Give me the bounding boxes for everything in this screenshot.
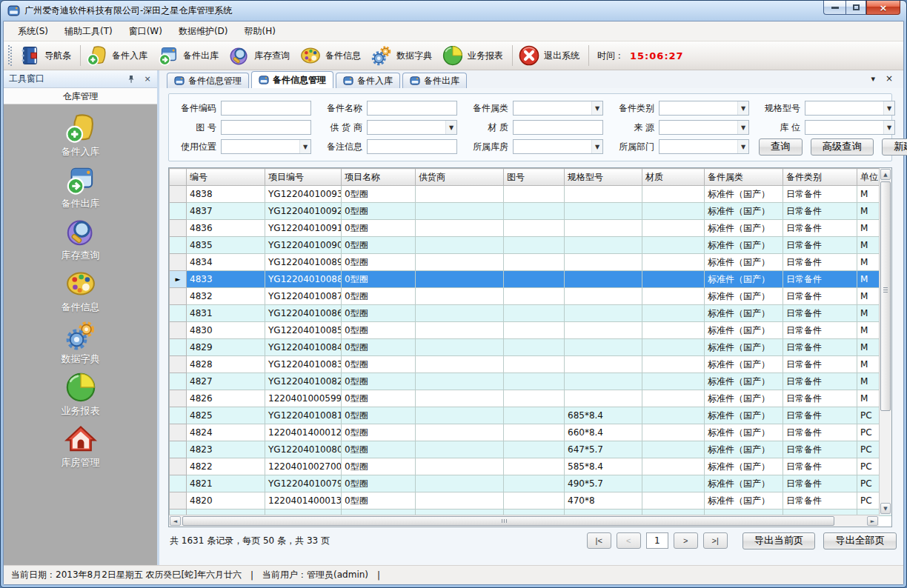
scroll-down-icon[interactable]: ▼ (880, 503, 891, 514)
material-field-input[interactable] (514, 121, 602, 134)
supplier-select-input[interactable] (368, 121, 445, 134)
toolbar-stock-query[interactable]: 库存查询 (225, 43, 296, 68)
column-header[interactable]: 供货商 (416, 169, 504, 186)
tab-parts-inbound[interactable]: 备件入库 (336, 73, 400, 88)
row-selector-cell[interactable] (170, 305, 187, 322)
query-button[interactable]: 查询 (759, 138, 803, 156)
vertical-scroll-thumb[interactable] (880, 181, 891, 411)
scroll-right-icon[interactable]: ► (867, 516, 878, 526)
drawing-no-field[interactable] (221, 120, 311, 135)
toolbar-business-report[interactable]: 业务报表 (439, 43, 510, 68)
chevron-down-icon[interactable]: ▼ (883, 101, 894, 115)
column-header[interactable]: 图号 (504, 169, 565, 186)
remark-field[interactable] (367, 139, 457, 154)
table-row[interactable]: 4835YG122040100900型圈标准件（国产）日常备件M (170, 237, 892, 254)
chevron-down-icon[interactable]: ▼ (591, 140, 602, 153)
sidebar-data-dict[interactable]: 数据字典 (4, 319, 157, 371)
scroll-up-icon[interactable]: ▲ (880, 169, 891, 180)
menu-system[interactable]: 系统(S) (10, 22, 56, 41)
row-selector-cell[interactable] (170, 458, 187, 475)
spec-model-select[interactable]: ▼ (805, 101, 895, 116)
column-header[interactable]: 备件类别 (783, 169, 857, 186)
menu-tools[interactable]: 辅助工具(T) (56, 22, 121, 41)
menu-data-maintenance[interactable]: 数据维护(D) (170, 22, 236, 41)
row-selector-cell[interactable] (170, 220, 187, 237)
row-selector-cell[interactable] (170, 373, 187, 390)
part-name-field[interactable] (367, 101, 457, 116)
department-select[interactable]: ▼ (659, 139, 749, 154)
row-selector-cell[interactable] (170, 339, 187, 356)
row-selector-cell[interactable] (170, 288, 187, 305)
warehouse-select[interactable]: ▼ (513, 139, 603, 154)
chevron-down-icon[interactable]: ▼ (737, 140, 748, 153)
row-selector-cell[interactable] (170, 407, 187, 424)
horizontal-scrollbar[interactable]: ◄ ► (169, 515, 879, 527)
sidebar-parts-outbound[interactable]: 备件出库 (4, 164, 157, 216)
table-row[interactable]: 4830YG122040100850型圈标准件（国产）日常备件M (170, 322, 892, 339)
chevron-down-icon[interactable]: ▼ (445, 121, 456, 134)
chevron-down-icon[interactable]: ▼ (883, 121, 894, 134)
export-current-page-button[interactable]: 导出当前页 (742, 532, 816, 549)
table-row[interactable]: 482212204010027000型圈585*8.4标准件（国产）日常备件PC (170, 458, 892, 475)
tab-parts-outbound[interactable]: 备件出库 (402, 73, 467, 88)
toolbar-grip-handle[interactable] (8, 45, 12, 66)
close-button[interactable]: × (866, 1, 900, 15)
row-selector-cell[interactable] (170, 237, 187, 254)
table-row[interactable]: 482012204014000130型圈470*8标准件（国产）日常备件PC (170, 492, 892, 510)
pin-icon[interactable] (127, 75, 136, 84)
page-number-input[interactable]: 1 (646, 532, 668, 549)
table-row[interactable]: 4831YG122040100860型圈标准件（国产）日常备件M (170, 305, 892, 322)
part-type-select-input[interactable] (660, 101, 737, 115)
row-selector-header[interactable] (170, 169, 187, 186)
row-selector-cell[interactable] (170, 203, 187, 220)
source-select-input[interactable] (660, 121, 737, 134)
warehouse-select-input[interactable] (514, 140, 591, 153)
department-select-input[interactable] (660, 140, 737, 153)
location-select[interactable]: ▼ (805, 120, 895, 135)
tab-parts-info-manage-1[interactable]: 备件信息管理 (167, 73, 249, 88)
location-select-input[interactable] (805, 121, 883, 134)
row-selector-cell[interactable] (170, 441, 187, 458)
maximize-button[interactable] (845, 1, 866, 15)
prev-page-button[interactable]: < (617, 532, 641, 549)
material-field[interactable] (513, 120, 603, 135)
part-code-field-input[interactable] (222, 101, 310, 115)
toolbar-parts-inbound[interactable]: 备件入库 (83, 43, 154, 68)
chevron-down-icon[interactable]: ▾ (871, 74, 875, 84)
toolbar-data-dict[interactable]: 数据字典 (368, 43, 439, 68)
column-header[interactable]: 规格型号 (565, 169, 642, 186)
column-header[interactable]: 材质 (642, 169, 705, 186)
last-page-button[interactable]: >| (703, 532, 728, 549)
supplier-select[interactable]: ▼ (367, 120, 457, 135)
advanced-query-button[interactable]: 高级查询 (811, 138, 874, 156)
sidebar-group-title[interactable]: 仓库管理 (4, 88, 157, 104)
minimize-button[interactable] (823, 1, 845, 15)
new-button[interactable]: 新建 (882, 138, 907, 156)
table-row[interactable]: 4837YG122040100920型圈标准件（国产）日常备件M (170, 203, 892, 220)
table-row[interactable]: 4821YG122040100790型圈490*5.7标准件（国产）日常备件PC (170, 475, 892, 492)
sidebar-parts-info[interactable]: 备件信息 (4, 267, 157, 319)
table-row[interactable]: 4838YG122040100930型圈标准件（国产）日常备件M (170, 186, 892, 203)
vertical-scrollbar[interactable]: ▲ ▼ (879, 168, 891, 515)
table-row[interactable]: 482412204014000120型圈660*8.4标准件（国产）日常备件PC (170, 424, 892, 441)
part-code-field[interactable] (221, 101, 311, 116)
toolbar-parts-info[interactable]: 备件信息 (296, 43, 368, 68)
row-selector-cell[interactable] (170, 356, 187, 373)
row-selector-cell[interactable]: ► (170, 271, 187, 288)
tab-close-icon[interactable]: × (886, 73, 893, 84)
column-header[interactable]: 项目编号 (265, 169, 342, 186)
remark-field-input[interactable] (368, 140, 456, 153)
usage-position-select[interactable]: ▼ (221, 139, 311, 154)
column-header[interactable]: 编号 (187, 169, 265, 186)
table-row[interactable]: 4825YG122040100810型圈685*8.4标准件（国产）日常备件PC (170, 407, 892, 424)
first-page-button[interactable]: |< (587, 532, 611, 549)
chevron-down-icon[interactable]: ▼ (737, 121, 748, 134)
row-selector-cell[interactable] (170, 492, 187, 510)
sidebar-business-report[interactable]: 业务报表 (4, 371, 157, 423)
export-all-pages-button[interactable]: 导出全部页 (823, 532, 897, 549)
tab-parts-info-manage-2[interactable]: 备件信息管理 (251, 71, 333, 88)
spec-model-select-input[interactable] (805, 101, 883, 115)
chevron-down-icon[interactable]: ▼ (299, 140, 310, 153)
source-select[interactable]: ▼ (659, 120, 749, 135)
chevron-down-icon[interactable]: ▼ (737, 101, 748, 115)
